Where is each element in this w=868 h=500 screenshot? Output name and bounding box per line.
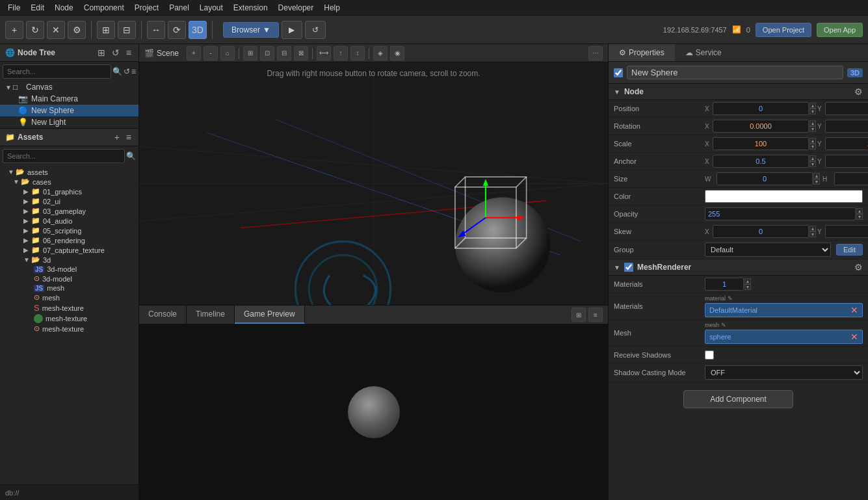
skew-y-input[interactable] <box>825 225 868 238</box>
tab-properties[interactable]: ⚙ Properties <box>609 44 675 61</box>
tree-new-light[interactable]: 💡 New Light <box>0 116 138 128</box>
pos-x-down[interactable]: ▼ <box>809 109 816 114</box>
assets-search-icon[interactable]: 🔍 <box>126 151 136 161</box>
zoom-out-btn[interactable]: - <box>204 46 218 60</box>
open-project-button[interactable]: Open Project <box>756 23 811 37</box>
scene-tb6[interactable]: ↑ <box>334 46 348 60</box>
open-app-button[interactable]: Open App <box>817 23 863 37</box>
scale-y-input[interactable] <box>825 137 868 150</box>
3d-folder[interactable]: ▼ 📂 3d <box>0 255 138 265</box>
scene-view[interactable]: Drag with right mouse button to rotate c… <box>139 62 608 305</box>
shadow-casting-select[interactable]: OFF <box>705 365 863 380</box>
mesh-mesh[interactable]: ⊙ mesh <box>0 293 138 302</box>
menu-file[interactable]: File <box>3 2 25 14</box>
color-swatch[interactable] <box>705 190 863 203</box>
mesh-texture-img[interactable]: mesh-texture <box>0 313 138 324</box>
bottom-tab-icon1[interactable]: ⊞ <box>572 308 586 322</box>
tab-service[interactable]: ☁ Service <box>675 44 732 61</box>
search-icon[interactable]: 🔍 <box>112 67 122 76</box>
scale-x-input[interactable] <box>713 137 809 150</box>
scene-tb8[interactable]: ◈ <box>373 46 388 60</box>
gameplay-folder[interactable]: ▶ 📁 03_gameplay <box>0 206 138 216</box>
opacity-down[interactable]: ▼ <box>856 214 863 220</box>
scene-tb9[interactable]: ◉ <box>390 46 404 60</box>
3dmodel-mesh[interactable]: ⊙ 3d-model <box>0 274 138 283</box>
scene-tb2[interactable]: ⊡ <box>260 46 274 60</box>
add-btn[interactable]: + <box>5 21 23 39</box>
scene-tb7[interactable]: ↕ <box>350 46 365 60</box>
browser-button[interactable]: Browser ▼ <box>223 22 279 38</box>
anchor-x-down[interactable]: ▼ <box>809 161 816 167</box>
tree-options-icon[interactable]: ≡ <box>131 67 136 76</box>
node-enabled-checkbox[interactable] <box>614 68 623 77</box>
size-h-input[interactable] <box>834 172 868 185</box>
size-w-down[interactable]: ▼ <box>813 179 820 185</box>
menu-project[interactable]: Project <box>129 2 164 14</box>
filter-icon[interactable]: ↺ <box>124 67 130 76</box>
tree-new-sphere[interactable]: 🔵 New Sphere <box>0 105 138 116</box>
assets-root[interactable]: ▼ 📂 assets <box>0 167 138 177</box>
mat-count-up[interactable]: ▲ <box>744 278 751 284</box>
opacity-input[interactable] <box>705 207 856 220</box>
assets-add-icon[interactable]: + <box>112 131 122 143</box>
rot-y-input[interactable] <box>825 120 868 133</box>
anchor-x-up[interactable]: ▲ <box>809 155 816 161</box>
add-component-button[interactable]: Add Component <box>683 390 793 408</box>
node-tree-more2[interactable]: ↺ <box>110 47 122 59</box>
tree-main-camera[interactable]: 📷 Main Camera <box>0 93 138 105</box>
scene-tb4[interactable]: ⊠ <box>294 46 308 60</box>
menu-layout[interactable]: Layout <box>194 2 228 14</box>
scale-x-down[interactable]: ▼ <box>809 144 816 150</box>
skew-x-down[interactable]: ▼ <box>809 231 816 237</box>
play-button[interactable]: ▶ <box>282 21 302 39</box>
tab-console[interactable]: Console <box>139 306 187 324</box>
menu-edit[interactable]: Edit <box>25 2 49 14</box>
skew-x-input[interactable] <box>713 225 809 238</box>
group-select[interactable]: Default <box>705 243 831 257</box>
tab-game-preview[interactable]: Game Preview <box>235 306 305 324</box>
mesh-enabled-checkbox[interactable] <box>624 263 633 272</box>
menu-panel[interactable]: Panel <box>164 2 194 14</box>
size-w-up[interactable]: ▲ <box>813 173 820 179</box>
rot-x-input[interactable] <box>713 120 809 133</box>
mesh-remove-icon[interactable]: ✕ <box>850 332 858 342</box>
scene-tb5[interactable]: ⟷ <box>317 46 331 60</box>
mesh-value-bar[interactable]: sphere ✕ <box>705 330 863 344</box>
menu-extension[interactable]: Extension <box>228 2 273 14</box>
node-tree-search-input[interactable] <box>3 64 111 79</box>
graphics-folder[interactable]: ▶ 📁 01_graphics <box>0 187 138 196</box>
ui-folder[interactable]: ▶ 📁 02_ui <box>0 196 138 206</box>
move-btn[interactable]: ↔ <box>147 21 165 39</box>
scripting-folder[interactable]: ▶ 📁 05_scripting <box>0 226 138 235</box>
game-preview-area[interactable] <box>139 324 608 500</box>
mat-count-down[interactable]: ▼ <box>744 284 751 290</box>
mesh-texture-mesh[interactable]: ⊙ mesh-texture <box>0 324 138 334</box>
menu-developer[interactable]: Developer <box>273 2 319 14</box>
material-value-bar[interactable]: DefaultMaterial ✕ <box>705 303 863 317</box>
rot-x-down[interactable]: ▼ <box>809 126 816 132</box>
node-section-gear[interactable]: ⚙ <box>854 86 863 97</box>
rot-x-up[interactable]: ▲ <box>809 120 816 126</box>
zoom-in-btn[interactable]: + <box>187 46 201 60</box>
pos-y-input[interactable] <box>825 102 868 115</box>
3d-btn[interactable]: 3D <box>189 21 207 39</box>
scene-tb3[interactable]: ⊟ <box>277 46 291 60</box>
pos-x-input[interactable] <box>713 102 809 115</box>
rendering-folder[interactable]: ▶ 📁 06_rendering <box>0 235 138 245</box>
mesh-js[interactable]: JS mesh <box>0 283 138 293</box>
materials-count-input[interactable] <box>705 278 744 291</box>
assets-search-input[interactable] <box>3 149 125 163</box>
tab-timeline[interactable]: Timeline <box>187 306 235 324</box>
anchor-y-input[interactable] <box>825 155 868 168</box>
pos-x-up[interactable]: ▲ <box>809 103 816 109</box>
opacity-up[interactable]: ▲ <box>856 208 863 214</box>
cases-folder[interactable]: ▼ 📂 cases <box>0 177 138 187</box>
skew-x-up[interactable]: ▲ <box>809 226 816 231</box>
3dmodel-js[interactable]: JS 3d-model <box>0 265 138 274</box>
audio-folder[interactable]: ▶ 📁 04_audio <box>0 216 138 226</box>
mesh-texture-script[interactable]: S mesh-texture <box>0 302 138 313</box>
node-name-input[interactable] <box>627 66 843 79</box>
settings-btn[interactable]: ⚙ <box>68 21 86 39</box>
refresh-btn[interactable]: ↻ <box>26 21 44 39</box>
bottom-tab-icon2[interactable]: ≡ <box>588 308 603 322</box>
